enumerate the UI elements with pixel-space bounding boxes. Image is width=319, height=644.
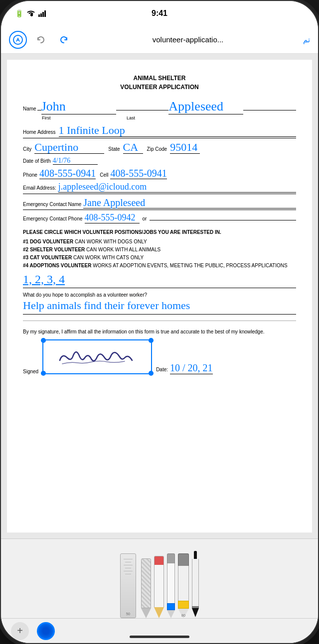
wifi-icon: [26, 9, 35, 18]
status-bar: 🔋 9:41: [1, 1, 318, 26]
circles-value-container: 1, 2, 3, 4: [23, 273, 296, 288]
name-row: Name John Appleseed: [23, 100, 296, 114]
document-title-block: ANIMAL SHELTER VOLUNTEER APPLICATION: [23, 74, 296, 92]
pencil-tool-2[interactable]: [154, 556, 164, 618]
goal-question: What do you hope to accomplish as a volu…: [23, 292, 296, 298]
last-sublabel: Last: [127, 115, 135, 120]
circles-row: 1, 2, 3, 4: [23, 273, 296, 288]
positions-heading: PLEASE CIRCLE WHICH VOLUNTEER POSITIONS/…: [23, 228, 296, 236]
pencil-markup-button[interactable]: [9, 31, 27, 49]
job2: #2 SHELTER VOLUNTEER CAN WORK WITH ALL A…: [23, 246, 296, 254]
phone-value: 408-555-0941: [39, 168, 96, 179]
address-row: Home Address 1 Infinite Loop: [23, 124, 296, 138]
email-label: Email Address:: [23, 185, 56, 191]
dob-label: Date of Birth: [23, 158, 51, 164]
ruler-tool[interactable]: 50: [120, 553, 136, 618]
signature-box[interactable]: [42, 339, 152, 374]
document-area[interactable]: ANIMAL SHELTER VOLUNTEER APPLICATION Nam…: [1, 54, 318, 538]
status-time: 9:41: [152, 9, 167, 18]
zip-value: 95014: [170, 141, 200, 154]
goal-value: Help animals find their forever homes: [23, 299, 190, 312]
signature-drawing: [52, 343, 142, 370]
circles-value: 1, 2, 3, 4: [23, 273, 65, 286]
marker-tool-yellow[interactable]: 80: [178, 553, 189, 618]
handle-bl: [41, 371, 46, 376]
phone-row: Phone 408-555-0941 Cell 408-555-0941: [23, 168, 296, 179]
emergency-phone-row: Emergency Contact Phone 408-555-0942 or: [23, 213, 296, 223]
emergency-name-label: Emergency Contact Name: [23, 202, 81, 207]
cell-label: Cell: [100, 172, 108, 178]
color-picker-button[interactable]: [37, 622, 55, 640]
title-line1: ANIMAL SHELTER: [23, 74, 296, 83]
undo-button[interactable]: [32, 31, 50, 49]
pen-tool-blue[interactable]: [167, 553, 175, 618]
pencil-tool-1[interactable]: [141, 558, 151, 618]
drawing-toolbar: 50: [1, 538, 318, 643]
dob-row: Date of Birth 4/1/76: [23, 157, 296, 165]
battery-icon: 🔋: [15, 9, 23, 17]
address-value: 1 Infinite Loop: [59, 124, 296, 137]
handle-tl: [41, 338, 46, 343]
name-sublabels: First Last: [23, 115, 296, 120]
state-value: CA: [123, 141, 143, 154]
goal-value-container: Help animals find their forever homes: [23, 300, 296, 314]
done-button[interactable]: تم: [303, 35, 310, 44]
svg-point-0: [13, 35, 22, 44]
date-label: Date:: [156, 367, 168, 372]
marker-label: 80: [181, 614, 185, 617]
email-value: j.appleseed@icloud.com: [58, 182, 296, 193]
signal-icon: [38, 10, 46, 17]
bottom-controls: +: [1, 618, 318, 643]
city-state-zip-row: City Cupertino State CA Zip Code 95014: [23, 141, 296, 154]
toolbar: volunteer-applicatio... تم: [1, 26, 318, 54]
emergency-or-label: or: [143, 216, 147, 221]
first-sublabel: First: [42, 115, 112, 120]
handle-tr: [149, 338, 154, 343]
dob-value: 4/1/76: [53, 157, 98, 165]
separator: [23, 321, 296, 321]
redo-button[interactable]: [55, 31, 73, 49]
state-label: State: [108, 146, 120, 152]
signature-area: Signed Date: 10 / 20, 21: [23, 339, 296, 374]
name-label: Name: [23, 106, 36, 111]
status-left: 🔋: [15, 9, 46, 18]
affirmation-text: By my signature, I affirm that all the i…: [23, 328, 296, 335]
emergency-name-value: Jane Appleseed: [83, 197, 296, 209]
home-indicator: [130, 636, 189, 638]
handle-br: [149, 371, 154, 376]
document-title: volunteer-applicatio...: [78, 35, 298, 44]
city-label: City: [23, 146, 31, 152]
date-area: Date: 10 / 20, 21: [156, 362, 212, 374]
emergency-name-row: Emergency Contact Name Jane Appleseed: [23, 197, 296, 210]
cell-value: 408-555-0941: [110, 168, 166, 179]
job4: #4 ADOPTIONS VOLUNTEER WORKS AT ADOPTION…: [23, 262, 296, 270]
ruler-label: 50: [126, 612, 130, 616]
address-label: Home Address: [23, 129, 56, 135]
signed-label: Signed: [23, 369, 38, 374]
phone-label: Phone: [23, 172, 37, 178]
last-name-value: Appleseed: [168, 100, 243, 114]
phone-frame: 🔋 9:41: [0, 0, 319, 644]
title-line2: VOLUNTEER APPLICATION: [23, 83, 296, 92]
email-row: Email Address: j.appleseed@icloud.com: [23, 182, 296, 194]
drawing-tools-row: 50: [1, 539, 318, 618]
document-page: ANIMAL SHELTER VOLUNTEER APPLICATION Nam…: [7, 60, 312, 533]
emergency-phone-value: 408-555-0942: [85, 213, 140, 223]
first-name-value: John: [41, 100, 116, 114]
stylus-tool[interactable]: [192, 551, 199, 618]
date-value: 10 / 20, 21: [170, 362, 213, 374]
job3: #3 CAT VOLUNTEER CAN WORK WITH CATS ONLY: [23, 254, 296, 262]
city-value: Cupertino: [34, 141, 104, 154]
add-button[interactable]: +: [11, 622, 29, 640]
emergency-phone-label: Emergency Contact Phone: [23, 216, 83, 221]
volunteer-list: #1 DOG VOLUNTEER CAN WORK WITH DOGS ONLY…: [23, 238, 296, 270]
job1: #1 DOG VOLUNTEER CAN WORK WITH DOGS ONLY: [23, 238, 296, 246]
zip-label: Zip Code: [147, 146, 167, 152]
